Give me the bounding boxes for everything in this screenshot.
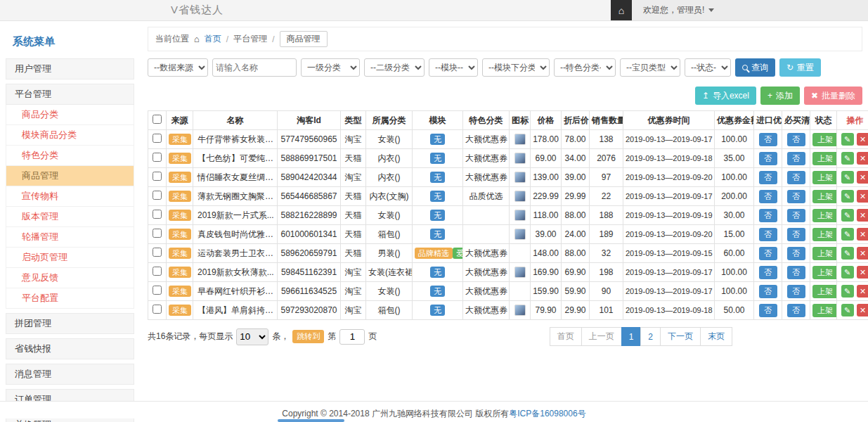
batch-delete-button[interactable]: ✖ 批量删除: [804, 87, 862, 105]
edit-button[interactable]: ✎: [841, 266, 854, 279]
edit-button[interactable]: ✎: [841, 228, 854, 241]
jump-button[interactable]: 跳转到: [292, 330, 324, 343]
filter-select-4[interactable]: --模块下分类--: [482, 58, 550, 77]
status-button[interactable]: 上架: [812, 152, 837, 165]
row-checkbox[interactable]: [153, 286, 162, 295]
status-button[interactable]: 上架: [812, 171, 837, 184]
sidebar-item-1[interactable]: 平台管理: [6, 84, 134, 105]
import-select-toggle[interactable]: 否: [759, 209, 777, 222]
jump-page-input[interactable]: [339, 329, 365, 345]
row-checkbox[interactable]: [153, 305, 162, 314]
row-checkbox[interactable]: [153, 134, 162, 143]
sidebar-item-7[interactable]: 版本管理: [6, 207, 134, 227]
must-buy-toggle[interactable]: 否: [787, 171, 805, 184]
home-button[interactable]: ⌂: [611, 0, 632, 20]
row-checkbox[interactable]: [153, 210, 162, 219]
must-buy-toggle[interactable]: 否: [787, 266, 805, 279]
must-buy-toggle[interactable]: 否: [787, 247, 805, 260]
sidebar-item-6[interactable]: 宣传物料: [6, 186, 134, 207]
row-checkbox[interactable]: [153, 172, 162, 181]
delete-button[interactable]: ✕: [857, 304, 868, 316]
page-button-4[interactable]: 下一页: [660, 327, 701, 346]
import-select-toggle[interactable]: 否: [759, 133, 777, 146]
edit-button[interactable]: ✎: [841, 133, 854, 146]
edit-button[interactable]: ✎: [841, 171, 854, 184]
must-buy-toggle[interactable]: 否: [787, 304, 805, 317]
icp-link[interactable]: 粤ICP备16098006号: [509, 409, 585, 418]
delete-button[interactable]: ✕: [857, 228, 868, 241]
row-checkbox[interactable]: [153, 229, 162, 238]
must-buy-toggle[interactable]: 否: [787, 152, 805, 165]
status-button[interactable]: 上架: [812, 190, 837, 203]
delete-button[interactable]: ✕: [857, 247, 868, 260]
edit-button[interactable]: ✎: [841, 190, 854, 203]
import-select-toggle[interactable]: 否: [759, 171, 777, 184]
sidebar-item-5[interactable]: 商品管理: [6, 166, 134, 186]
page-button-3[interactable]: 2: [640, 327, 661, 346]
import-select-toggle[interactable]: 否: [759, 228, 777, 241]
page-button-2[interactable]: 1: [621, 327, 642, 346]
breadcrumb-home-link[interactable]: 首页: [205, 33, 221, 45]
page-button-0[interactable]: 首页: [550, 327, 582, 346]
filter-select-3[interactable]: --模块--: [429, 58, 478, 77]
import-select-toggle[interactable]: 否: [759, 285, 777, 298]
import-excel-button[interactable]: ↥ 导入excel: [695, 87, 756, 105]
delete-button[interactable]: ✕: [857, 152, 868, 165]
row-checkbox[interactable]: [153, 153, 162, 162]
status-button[interactable]: 上架: [812, 209, 837, 222]
horizontal-scrollbar-thumb[interactable]: [278, 419, 344, 422]
status-button[interactable]: 上架: [812, 228, 837, 241]
filter-select-2[interactable]: --二级分类--: [364, 58, 425, 77]
user-menu[interactable]: 欢迎您，管理员!: [632, 0, 868, 20]
add-button[interactable]: + 添加: [760, 87, 800, 105]
delete-button[interactable]: ✕: [857, 266, 868, 279]
delete-button[interactable]: ✕: [857, 133, 868, 146]
must-buy-toggle[interactable]: 否: [787, 133, 805, 146]
edit-button[interactable]: ✎: [841, 285, 854, 298]
name-search-input[interactable]: [212, 58, 297, 77]
filter-select-1[interactable]: 一级分类: [301, 58, 360, 77]
import-select-toggle[interactable]: 否: [759, 190, 777, 203]
row-checkbox[interactable]: [153, 267, 162, 276]
import-select-toggle[interactable]: 否: [759, 304, 777, 317]
edit-button[interactable]: ✎: [841, 209, 854, 222]
import-select-toggle[interactable]: 否: [759, 152, 777, 165]
sidebar-item-8[interactable]: 轮播管理: [6, 227, 134, 248]
page-button-1[interactable]: 上一页: [581, 327, 622, 346]
sidebar-item-4[interactable]: 特色分类: [6, 146, 134, 166]
sidebar-item-12[interactable]: 拼团管理: [6, 313, 134, 334]
reset-button[interactable]: ↻ 重置: [779, 58, 821, 77]
edit-button[interactable]: ✎: [841, 304, 854, 316]
sidebar-item-10[interactable]: 意见反馈: [6, 268, 134, 288]
search-button[interactable]: 查询: [735, 58, 775, 77]
delete-button[interactable]: ✕: [857, 190, 868, 203]
sidebar-item-2[interactable]: 商品分类: [6, 105, 134, 125]
status-button[interactable]: 上架: [812, 247, 837, 260]
import-select-toggle[interactable]: 否: [759, 247, 777, 260]
row-checkbox[interactable]: [153, 191, 162, 200]
row-checkbox[interactable]: [153, 248, 162, 257]
select-all-checkbox[interactable]: [153, 115, 162, 124]
sidebar-item-14[interactable]: 消息管理: [6, 364, 134, 385]
sidebar-item-0[interactable]: 用户管理: [6, 58, 134, 79]
sidebar-item-3[interactable]: 模块商品分类: [6, 125, 134, 146]
edit-button[interactable]: ✎: [841, 152, 854, 165]
sidebar-item-11[interactable]: 平台配置: [6, 288, 134, 309]
status-button[interactable]: 上架: [812, 285, 837, 298]
delete-button[interactable]: ✕: [857, 171, 868, 184]
page-size-select[interactable]: 10: [236, 328, 268, 345]
status-button[interactable]: 上架: [812, 266, 837, 279]
must-buy-toggle[interactable]: 否: [787, 228, 805, 241]
delete-button[interactable]: ✕: [857, 285, 868, 298]
filter-select-5[interactable]: --特色分类--: [554, 58, 616, 77]
import-select-toggle[interactable]: 否: [759, 266, 777, 279]
must-buy-toggle[interactable]: 否: [787, 190, 805, 203]
filter-select-7[interactable]: --状态--: [685, 58, 731, 77]
status-button[interactable]: 上架: [812, 133, 837, 146]
must-buy-toggle[interactable]: 否: [787, 209, 805, 222]
filter-select-0[interactable]: --数据来源--: [148, 58, 208, 77]
page-button-5[interactable]: 末页: [700, 327, 732, 346]
filter-select-6[interactable]: --宝贝类型--: [620, 58, 680, 77]
sidebar-item-13[interactable]: 省钱快报: [6, 338, 134, 359]
delete-button[interactable]: ✕: [857, 209, 868, 222]
